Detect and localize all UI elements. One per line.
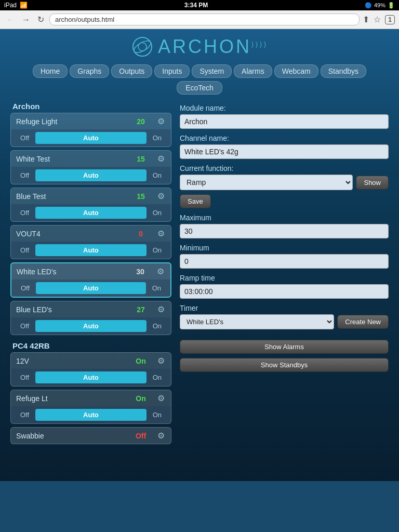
left-panel: Archon Refuge Light 20 ⚙ Off Auto On Whi…: [10, 99, 171, 447]
reload-button[interactable]: ↻: [35, 14, 46, 25]
vout4-auto[interactable]: Auto: [35, 244, 147, 256]
refuge-lt-off[interactable]: Off: [16, 410, 33, 420]
tab-count[interactable]: 1: [385, 15, 395, 24]
nav-tab-webcam[interactable]: Webcam: [274, 64, 318, 78]
ramp-time-label: Ramp time: [180, 274, 389, 282]
maximum-input[interactable]: [180, 224, 389, 238]
right-panel: Module name: Channel name: Current funct…: [180, 99, 389, 372]
output-12v-row: 12V On ⚙: [11, 353, 171, 369]
channel-name-label: Channel name:: [180, 134, 389, 142]
nav-tab-standbys[interactable]: Standbys: [321, 64, 366, 78]
refuge-lt-gear[interactable]: ⚙: [156, 393, 166, 403]
nav-tab-alarms[interactable]: Alarms: [234, 64, 272, 78]
refuge-light-off[interactable]: Off: [16, 133, 33, 143]
refuge-light-on[interactable]: On: [149, 133, 166, 143]
show-standbys-button[interactable]: Show Standbys: [180, 358, 389, 372]
swabbie-value: Off: [125, 432, 156, 440]
section-pc4-label: PC4 42RB: [10, 338, 171, 352]
white-test-on[interactable]: On: [149, 170, 166, 180]
white-test-name: White Test: [16, 155, 125, 163]
battery-label: 49%: [374, 2, 385, 8]
blue-test-name: Blue Test: [16, 192, 125, 201]
white-test-controls: Off Auto On: [11, 167, 171, 184]
12v-off[interactable]: Off: [16, 373, 33, 382]
blue-test-auto[interactable]: Auto: [35, 207, 147, 219]
save-button[interactable]: Save: [180, 194, 211, 208]
nav-tab-ecotech[interactable]: EcoTech: [177, 81, 222, 95]
refuge-light-gear[interactable]: ⚙: [156, 116, 166, 126]
share-button[interactable]: ⬆: [363, 15, 369, 24]
nav-tab-system[interactable]: System: [192, 64, 232, 78]
vout4-on[interactable]: On: [149, 245, 166, 255]
timer-select[interactable]: White LED's: [180, 314, 334, 329]
output-swabbie-row: Swabbie Off ⚙: [11, 428, 171, 444]
address-bar[interactable]: [49, 14, 360, 25]
forward-button[interactable]: →: [20, 14, 32, 25]
blue-leds-value: 27: [125, 305, 156, 314]
bookmark-button[interactable]: ☆: [374, 15, 381, 24]
show-alarms-button[interactable]: Show Alarms: [180, 340, 389, 354]
battery-icon: 🔋: [388, 2, 395, 9]
blue-test-controls: Off Auto On: [11, 204, 171, 221]
white-leds-on[interactable]: On: [148, 283, 165, 293]
blue-test-on[interactable]: On: [149, 208, 166, 218]
12v-auto[interactable]: Auto: [35, 371, 147, 383]
output-white-test: White Test 15 ⚙ Off Auto On: [10, 150, 171, 184]
white-leds-controls: Off Auto On: [11, 280, 170, 297]
module-name-input[interactable]: [180, 114, 389, 129]
vout4-name: VOUT4: [16, 230, 125, 238]
nav-tab-outputs[interactable]: Outputs: [111, 64, 152, 78]
blue-test-off[interactable]: Off: [16, 208, 33, 218]
refuge-light-value: 20: [125, 117, 156, 126]
archon-logo-icon: [131, 35, 154, 58]
output-white-test-row: White Test 15 ⚙: [11, 151, 171, 167]
output-blue-test-row: Blue Test 15 ⚙: [11, 188, 171, 204]
white-test-gear[interactable]: ⚙: [156, 154, 166, 164]
main-content: Archon Refuge Light 20 ⚙ Off Auto On Whi…: [0, 99, 399, 447]
refuge-lt-name: Refuge Lt: [16, 394, 125, 403]
refuge-light-auto[interactable]: Auto: [35, 132, 147, 144]
refuge-lt-on[interactable]: On: [149, 410, 166, 420]
output-vout4: VOUT4 0 ⚙ Off Auto On: [10, 225, 171, 259]
blue-test-gear[interactable]: ⚙: [156, 191, 166, 201]
status-left: iPad 📶: [4, 2, 28, 9]
back-button[interactable]: ←: [4, 14, 17, 25]
ramp-time-input[interactable]: [180, 284, 389, 299]
refuge-lt-auto[interactable]: Auto: [35, 409, 147, 421]
bluetooth-icon: 🔵: [365, 2, 372, 9]
section-archon-label: Archon: [10, 99, 171, 113]
output-refuge-light-row: Refuge Light 20 ⚙: [11, 113, 171, 129]
blue-leds-auto[interactable]: Auto: [35, 320, 147, 332]
logo-text: ARCHON)))): [158, 36, 268, 58]
output-blue-test: Blue Test 15 ⚙ Off Auto On: [10, 188, 171, 222]
browser-bar: ← → ↻ ⬆ ☆ 1: [0, 10, 399, 29]
white-test-off[interactable]: Off: [16, 170, 33, 180]
blue-leds-gear[interactable]: ⚙: [156, 304, 166, 314]
output-refuge-lt: Refuge Lt On ⚙ Off Auto On: [10, 390, 171, 424]
white-leds-gear[interactable]: ⚙: [156, 267, 165, 276]
output-white-leds: White LED's 30 ⚙ Off Auto On: [10, 262, 171, 298]
swabbie-gear[interactable]: ⚙: [156, 431, 166, 441]
nav-tab-home[interactable]: Home: [33, 64, 68, 78]
maximum-label: Maximum: [180, 214, 389, 222]
white-test-auto[interactable]: Auto: [35, 169, 147, 181]
current-function-select[interactable]: Ramp Sine Constant Manual: [180, 175, 353, 190]
12v-gear[interactable]: ⚙: [156, 356, 166, 366]
channel-name-input[interactable]: [180, 144, 389, 159]
12v-on[interactable]: On: [149, 373, 166, 382]
blue-leds-on[interactable]: On: [149, 321, 166, 331]
white-leds-auto[interactable]: Auto: [36, 282, 146, 294]
create-new-button[interactable]: Create New: [337, 315, 389, 329]
timer-row: White LED's Create New: [180, 314, 389, 329]
blue-leds-off[interactable]: Off: [16, 321, 33, 331]
vout4-off[interactable]: Off: [16, 245, 33, 255]
nav-tab-graphs[interactable]: Graphs: [70, 64, 109, 78]
minimum-label: Minimum: [180, 244, 389, 252]
vout4-gear[interactable]: ⚙: [156, 229, 166, 238]
white-leds-off[interactable]: Off: [17, 283, 34, 293]
show-button[interactable]: Show: [356, 176, 389, 190]
minimum-input[interactable]: [180, 254, 389, 269]
page-background: ARCHON)))) Home Graphs Outputs Inputs Sy…: [0, 29, 399, 481]
nav-tab-inputs[interactable]: Inputs: [154, 64, 190, 78]
blue-test-value: 15: [125, 192, 156, 201]
